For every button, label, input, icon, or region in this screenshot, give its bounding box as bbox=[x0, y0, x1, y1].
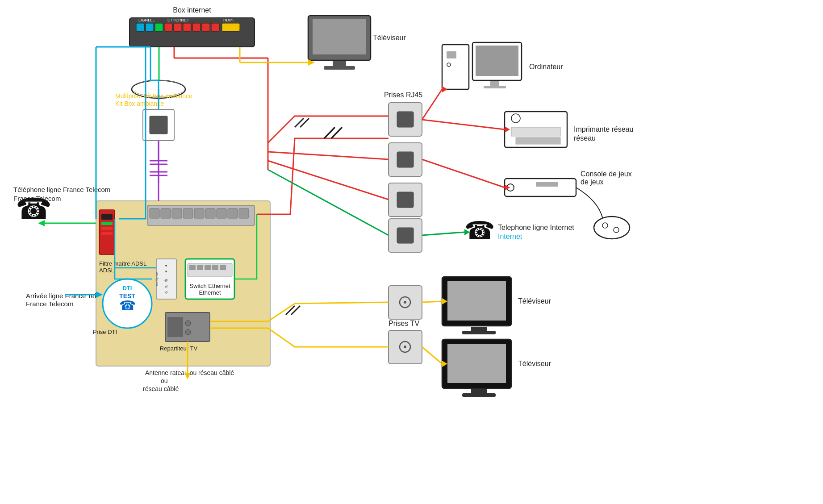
prises-tv-label: Prises TV bbox=[389, 320, 419, 327]
box-internet-label: Box internet bbox=[173, 6, 211, 14]
svg-rect-8 bbox=[202, 23, 210, 31]
svg-rect-60 bbox=[150, 208, 159, 218]
svg-rect-92 bbox=[185, 329, 191, 335]
svg-rect-41 bbox=[397, 192, 414, 208]
console-label2: de jeux bbox=[581, 178, 604, 186]
svg-rect-70 bbox=[101, 214, 113, 220]
svg-rect-18 bbox=[324, 66, 355, 70]
telephone-internet-label2: Internet bbox=[498, 233, 522, 240]
prise-dti-label: Prise DTI bbox=[93, 329, 117, 335]
svg-rect-51 bbox=[447, 281, 506, 321]
svg-rect-53 bbox=[462, 331, 496, 334]
svg-rect-80 bbox=[212, 265, 218, 270]
televiseur-tv1-label: Téléviseur bbox=[518, 297, 551, 305]
dti-label: DTI bbox=[123, 285, 132, 292]
svg-rect-29 bbox=[516, 137, 560, 144]
svg-rect-2 bbox=[146, 23, 154, 31]
svg-text:▼: ▼ bbox=[164, 264, 168, 268]
svg-rect-56 bbox=[471, 389, 487, 394]
svg-rect-57 bbox=[462, 393, 496, 397]
svg-rect-6 bbox=[183, 23, 191, 31]
svg-rect-97 bbox=[150, 116, 167, 134]
telephone-france-label2: France Telecom bbox=[13, 195, 61, 202]
dti-phone-icon: ☎ bbox=[119, 298, 136, 313]
svg-rect-71 bbox=[101, 222, 113, 225]
svg-point-46 bbox=[404, 301, 406, 304]
svg-rect-20 bbox=[447, 51, 456, 58]
multiprise-label2: Kit Box ambiance bbox=[115, 100, 164, 107]
svg-point-33 bbox=[594, 217, 630, 239]
svg-rect-62 bbox=[172, 208, 182, 218]
svg-rect-5 bbox=[174, 23, 182, 31]
svg-rect-43 bbox=[397, 228, 414, 243]
svg-rect-81 bbox=[220, 265, 226, 270]
svg-rect-24 bbox=[490, 81, 499, 86]
svg-text:HDMI: HDMI bbox=[223, 18, 234, 22]
repartiteur-label: Repartiteur TV bbox=[160, 345, 198, 352]
svg-rect-32 bbox=[536, 182, 558, 187]
svg-rect-30 bbox=[505, 179, 576, 196]
svg-text:↺: ↺ bbox=[165, 285, 168, 289]
svg-text:TEL: TEL bbox=[147, 18, 155, 22]
svg-rect-23 bbox=[476, 46, 518, 76]
svg-rect-79 bbox=[205, 265, 211, 270]
svg-rect-73 bbox=[101, 232, 113, 235]
svg-text:ETHERNET: ETHERNET bbox=[167, 18, 189, 22]
svg-rect-78 bbox=[197, 265, 203, 270]
filtre-label: Filtre maître ADSL bbox=[99, 260, 146, 267]
televiseur-top-label: Téléviseur bbox=[373, 34, 406, 42]
svg-rect-67 bbox=[228, 208, 238, 218]
svg-text:↺: ↺ bbox=[165, 291, 168, 295]
switch-label: Switch Ethernet bbox=[189, 283, 230, 289]
imprimante-label: Imprimante réseau bbox=[574, 125, 633, 133]
svg-rect-25 bbox=[484, 86, 506, 88]
svg-text:▲: ▲ bbox=[164, 269, 168, 273]
svg-rect-7 bbox=[192, 23, 201, 31]
svg-rect-64 bbox=[194, 208, 204, 218]
antenne-label2: ou bbox=[161, 377, 168, 384]
svg-rect-66 bbox=[217, 208, 226, 218]
svg-rect-37 bbox=[397, 112, 414, 127]
switch-label2: Ethernet bbox=[199, 289, 221, 296]
telephone-internet-label: Telephone ligne Internet bbox=[498, 224, 574, 231]
antenne-label3: réseau câblé bbox=[143, 385, 179, 392]
svg-rect-61 bbox=[161, 208, 171, 218]
svg-rect-90 bbox=[167, 317, 183, 337]
svg-rect-17 bbox=[333, 61, 346, 67]
svg-rect-10 bbox=[222, 23, 240, 31]
filtre-label2: ADSL bbox=[99, 267, 114, 274]
svg-rect-55 bbox=[447, 344, 506, 383]
svg-rect-91 bbox=[185, 321, 191, 326]
ordinateur-label: Ordinateur bbox=[529, 63, 563, 71]
televiseur-tv2-label: Téléviseur bbox=[518, 360, 551, 367]
svg-rect-28 bbox=[511, 127, 560, 136]
svg-rect-52 bbox=[471, 327, 487, 331]
svg-rect-65 bbox=[205, 208, 215, 218]
svg-rect-9 bbox=[211, 23, 219, 31]
svg-rect-4 bbox=[164, 23, 172, 31]
svg-rect-68 bbox=[239, 208, 249, 218]
prises-rj45-label: Prises RJ45 bbox=[384, 91, 422, 99]
svg-rect-77 bbox=[189, 265, 196, 270]
svg-text:multiprise: multiprise bbox=[155, 272, 159, 286]
console-label: Console de jeux bbox=[581, 170, 632, 178]
telephone-internet-icon: ☎ bbox=[464, 217, 495, 244]
multiprise-label: Multiprise Kit Box ambiance bbox=[115, 92, 192, 100]
svg-rect-72 bbox=[101, 227, 113, 230]
svg-rect-63 bbox=[183, 208, 193, 218]
svg-rect-3 bbox=[155, 23, 163, 31]
svg-rect-39 bbox=[397, 152, 414, 167]
svg-rect-1 bbox=[136, 23, 144, 31]
arrivee-label2: France Telecom bbox=[26, 300, 73, 308]
imprimante-label2: réseau bbox=[574, 134, 596, 142]
svg-point-49 bbox=[404, 346, 406, 348]
svg-text:@: @ bbox=[164, 278, 168, 282]
svg-rect-16 bbox=[313, 19, 366, 54]
